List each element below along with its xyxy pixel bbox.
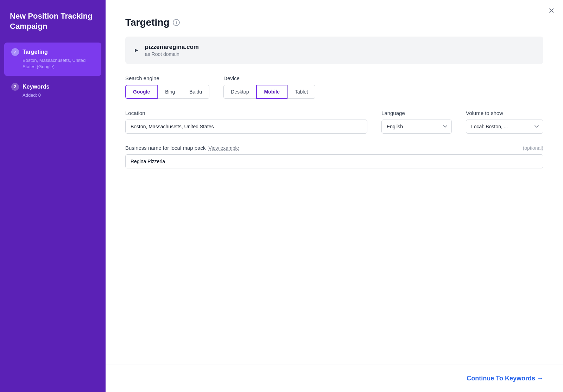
device-desktop[interactable]: Desktop bbox=[223, 85, 256, 99]
continue-to-keywords-button[interactable]: Continue To Keywords → bbox=[467, 375, 543, 382]
domain-type: as Root domain bbox=[145, 51, 199, 57]
search-engine-group: Search engine Google Bing Baidu bbox=[125, 75, 209, 99]
sidebar: New Position Tracking Campaign ✓ Targeti… bbox=[0, 0, 106, 392]
search-engine-bing[interactable]: Bing bbox=[158, 85, 182, 99]
sidebar-step-keywords[interactable]: 2 Keywords Added: 0 bbox=[4, 77, 101, 104]
step-check-icon: ✓ bbox=[11, 48, 19, 56]
business-name-section: Business name for local map pack View ex… bbox=[125, 145, 543, 168]
device-group: Device Desktop Mobile Tablet bbox=[223, 75, 315, 99]
sidebar-step-targeting[interactable]: ✓ Targeting Boston, Massachusetts, Unite… bbox=[4, 43, 101, 76]
volume-group: Volume to show Local: Boston, ... Nation… bbox=[466, 110, 543, 134]
business-name-label: Business name for local map pack bbox=[125, 145, 205, 151]
device-mobile[interactable]: Mobile bbox=[256, 85, 287, 99]
location-group: Location bbox=[125, 110, 367, 134]
volume-label: Volume to show bbox=[466, 110, 543, 116]
language-group: Language English Spanish French German bbox=[381, 110, 452, 134]
volume-select[interactable]: Local: Boston, ... National Global bbox=[466, 120, 543, 134]
step-keywords-sub: Added: 0 bbox=[11, 92, 94, 98]
search-engine-label: Search engine bbox=[125, 75, 209, 81]
view-example-link[interactable]: View example bbox=[208, 145, 239, 151]
optional-label: (optional) bbox=[523, 145, 543, 151]
domain-name: pizzeriaregina.com bbox=[145, 44, 199, 51]
footer: Continue To Keywords → bbox=[106, 365, 563, 392]
step-keywords-label: Keywords bbox=[23, 84, 49, 90]
search-engine-baidu[interactable]: Baidu bbox=[182, 85, 209, 99]
page-title: Targeting bbox=[125, 17, 169, 28]
business-name-input[interactable] bbox=[125, 154, 543, 168]
domain-chevron-icon[interactable]: ► bbox=[134, 47, 139, 53]
device-label: Device bbox=[223, 75, 315, 81]
language-select[interactable]: English Spanish French German bbox=[381, 120, 452, 134]
search-engine-btn-group: Google Bing Baidu bbox=[125, 85, 209, 99]
domain-card: ► pizzeriaregina.com as Root domain bbox=[125, 37, 543, 64]
close-button[interactable]: ✕ bbox=[548, 7, 555, 15]
search-engine-google[interactable]: Google bbox=[125, 85, 158, 99]
location-label: Location bbox=[125, 110, 367, 116]
location-input[interactable] bbox=[125, 120, 367, 134]
main-content: ✕ Targeting i ► pizzeriaregina.com as Ro… bbox=[106, 0, 563, 392]
step-targeting-label: Targeting bbox=[23, 49, 48, 55]
step-number-icon: 2 bbox=[11, 83, 19, 91]
language-label: Language bbox=[381, 110, 452, 116]
step-targeting-sub: Boston, Massachusetts, United States (Go… bbox=[11, 57, 94, 70]
device-btn-group: Desktop Mobile Tablet bbox=[223, 85, 315, 99]
search-device-row: Search engine Google Bing Baidu Device D… bbox=[125, 75, 543, 99]
sidebar-title: New Position Tracking Campaign bbox=[0, 11, 106, 43]
device-tablet[interactable]: Tablet bbox=[287, 85, 315, 99]
info-icon[interactable]: i bbox=[173, 19, 180, 26]
location-language-row: Location Language English Spanish French… bbox=[125, 110, 543, 134]
